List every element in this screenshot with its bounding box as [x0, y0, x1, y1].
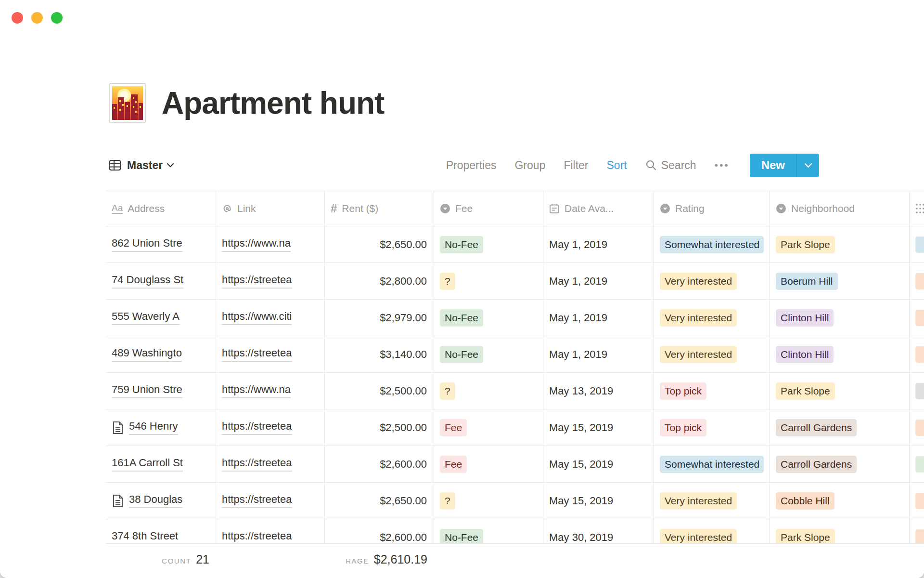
- cell-date[interactable]: May 15, 2019: [543, 483, 654, 519]
- cell-fee[interactable]: No-Fee: [434, 226, 543, 263]
- column-header-date[interactable]: Date Ava...: [543, 191, 654, 226]
- cell-date[interactable]: May 1, 2019: [543, 336, 654, 372]
- more-options-button[interactable]: •••: [715, 159, 730, 171]
- filter-button[interactable]: Filter: [564, 159, 588, 172]
- cell-rent[interactable]: $2,650.00: [325, 483, 434, 519]
- cell-neighborhood[interactable]: Carroll Gardens: [770, 409, 910, 446]
- cell-neighborhood[interactable]: Park Slope: [770, 373, 910, 409]
- new-button[interactable]: New: [750, 154, 819, 177]
- average-calculation[interactable]: RAGE $2,610.19: [325, 544, 434, 578]
- column-header-address[interactable]: Aa Address: [106, 191, 216, 226]
- neighborhood-tag: Clinton Hill: [776, 309, 834, 327]
- cell-clipped[interactable]: [910, 263, 924, 299]
- column-header-rating[interactable]: Rating: [654, 191, 770, 226]
- cell-address[interactable]: 759 Union Stre: [106, 373, 216, 409]
- cell-rent[interactable]: $2,500.00: [325, 373, 434, 409]
- cell-link[interactable]: https://www.na: [216, 373, 325, 409]
- cell-rent[interactable]: $2,600.00: [325, 519, 434, 543]
- cell-rating[interactable]: Top pick: [654, 409, 770, 446]
- cell-clipped[interactable]: [910, 373, 924, 409]
- cell-rating[interactable]: Very interested: [654, 300, 770, 336]
- cell-date[interactable]: May 15, 2019: [543, 446, 654, 482]
- column-header-rent[interactable]: # Rent ($): [325, 191, 434, 226]
- cell-date[interactable]: May 15, 2019: [543, 409, 654, 446]
- new-button-label[interactable]: New: [750, 154, 796, 177]
- cell-date[interactable]: May 1, 2019: [543, 263, 654, 299]
- new-dropdown-button[interactable]: [797, 154, 819, 177]
- cell-link[interactable]: https://streetea: [216, 483, 325, 519]
- cell-fee[interactable]: No-Fee: [434, 300, 543, 336]
- cell-rent[interactable]: $2,979.00: [325, 300, 434, 336]
- cell-rating[interactable]: Very interested: [654, 519, 770, 543]
- neighborhood-tag: Park Slope: [776, 529, 835, 544]
- group-button[interactable]: Group: [514, 159, 545, 172]
- cell-rating[interactable]: Very interested: [654, 263, 770, 299]
- cell-fee[interactable]: Fee: [434, 409, 543, 446]
- column-header-fee[interactable]: Fee: [434, 191, 543, 226]
- cell-rating[interactable]: Somewhat interested: [654, 446, 770, 482]
- cell-link[interactable]: https://streetea: [216, 446, 325, 482]
- cell-fee[interactable]: No-Fee: [434, 519, 543, 543]
- column-header-clipped[interactable]: [910, 191, 924, 226]
- cell-neighborhood[interactable]: Cobble Hill: [770, 483, 910, 519]
- zoom-button[interactable]: [51, 12, 63, 24]
- cell-address[interactable]: 74 Douglass St: [106, 263, 216, 299]
- cell-rent[interactable]: $2,500.00: [325, 409, 434, 446]
- cell-date[interactable]: May 30, 2019: [543, 519, 654, 543]
- cell-clipped[interactable]: [910, 519, 924, 543]
- cell-rent[interactable]: $2,650.00: [325, 226, 434, 263]
- cell-address[interactable]: 374 8th Street: [106, 519, 216, 543]
- cell-address[interactable]: 161A Carroll St: [106, 446, 216, 482]
- cell-rating[interactable]: Somewhat interested: [654, 226, 770, 263]
- rating-tag: Very interested: [660, 273, 737, 290]
- cell-rating[interactable]: Very interested: [654, 483, 770, 519]
- cell-address[interactable]: 555 Waverly A: [106, 300, 216, 336]
- cell-link[interactable]: https://streetea: [216, 336, 325, 372]
- cell-clipped[interactable]: [910, 226, 924, 263]
- minimize-button[interactable]: [31, 12, 43, 24]
- cell-neighborhood[interactable]: Clinton Hill: [770, 300, 910, 336]
- cell-rating[interactable]: Very interested: [654, 336, 770, 372]
- cell-clipped[interactable]: [910, 409, 924, 446]
- cell-neighborhood[interactable]: Boerum Hill: [770, 263, 910, 299]
- cell-date[interactable]: May 13, 2019: [543, 373, 654, 409]
- column-header-link[interactable]: Link: [216, 191, 325, 226]
- close-button[interactable]: [12, 12, 23, 24]
- cell-address[interactable]: 862 Union Stre: [106, 226, 216, 263]
- cell-clipped[interactable]: [910, 446, 924, 482]
- cell-neighborhood[interactable]: Park Slope: [770, 519, 910, 543]
- page-emoji-sunset-city-icon[interactable]: [109, 83, 146, 123]
- cell-rating[interactable]: Top pick: [654, 373, 770, 409]
- search-button[interactable]: Search: [645, 159, 696, 172]
- cell-clipped[interactable]: [910, 300, 924, 336]
- cell-date[interactable]: May 1, 2019: [543, 226, 654, 263]
- cell-neighborhood[interactable]: Carroll Gardens: [770, 446, 910, 482]
- cell-link[interactable]: https://streetea: [216, 409, 325, 446]
- cell-clipped[interactable]: [910, 336, 924, 372]
- cell-fee[interactable]: ?: [434, 263, 543, 299]
- cell-link[interactable]: https://www.na: [216, 226, 325, 263]
- properties-button[interactable]: Properties: [446, 159, 497, 172]
- cell-link[interactable]: https://streetea: [216, 519, 325, 543]
- cell-address[interactable]: 546 Henry: [106, 409, 216, 446]
- cell-fee[interactable]: ?: [434, 373, 543, 409]
- column-header-neighborhood[interactable]: Neighborhood: [770, 191, 910, 226]
- cell-fee[interactable]: No-Fee: [434, 336, 543, 372]
- sort-button[interactable]: Sort: [607, 159, 627, 172]
- cell-fee[interactable]: ?: [434, 483, 543, 519]
- cell-fee[interactable]: Fee: [434, 446, 543, 482]
- cell-date[interactable]: May 1, 2019: [543, 300, 654, 336]
- cell-neighborhood[interactable]: Clinton Hill: [770, 336, 910, 372]
- cell-address[interactable]: 489 Washingto: [106, 336, 216, 372]
- cell-rent[interactable]: $3,140.00: [325, 336, 434, 372]
- view-switcher[interactable]: Master: [109, 159, 174, 172]
- cell-address[interactable]: 38 Douglas: [106, 483, 216, 519]
- cell-clipped[interactable]: [910, 483, 924, 519]
- text-property-icon: Aa: [112, 203, 123, 214]
- cell-neighborhood[interactable]: Park Slope: [770, 226, 910, 263]
- cell-link[interactable]: https://streetea: [216, 263, 325, 299]
- cell-rent[interactable]: $2,600.00: [325, 446, 434, 482]
- count-calculation[interactable]: COUNT 21: [106, 544, 216, 578]
- cell-rent[interactable]: $2,800.00: [325, 263, 434, 299]
- cell-link[interactable]: https://www.citi: [216, 300, 325, 336]
